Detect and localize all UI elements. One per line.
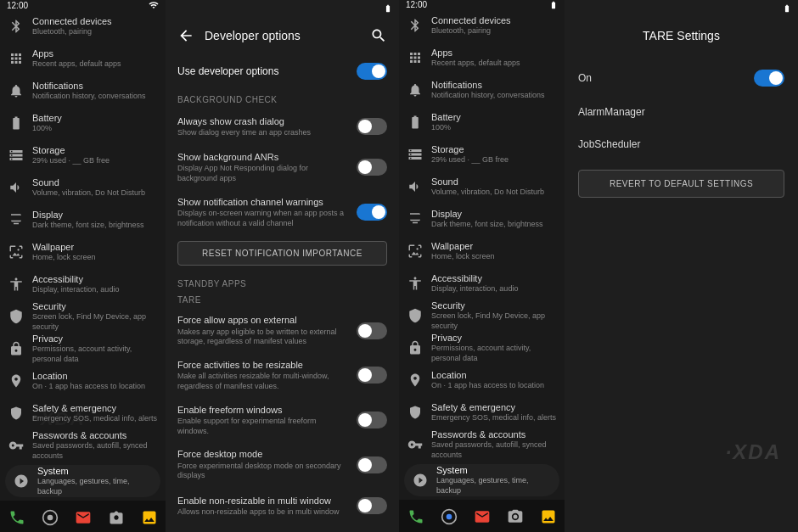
tare-alarm-manager-item[interactable]: AlarmManager [565, 95, 798, 127]
nav-phone-right[interactable] [402, 503, 430, 530]
back-button[interactable] [176, 25, 196, 46]
settings-item-battery[interactable]: Battery 100% [0, 107, 166, 139]
r-system-title: System [436, 464, 553, 476]
crash-dialog-option[interactable]: Always show crash dialog Show dialog eve… [166, 108, 399, 145]
r-settings-item-storage[interactable]: Storage 29% used · __ GB free [399, 138, 565, 171]
nav-gmail-left[interactable] [70, 504, 97, 531]
r-accessibility-text: Accessibility Display, interaction, audi… [431, 272, 518, 294]
r-settings-item-safety[interactable]: Safety & emergency Emergency SOS, medica… [399, 396, 565, 428]
non-resizable-multi-text: Enable non-resizable in multi window All… [177, 495, 350, 518]
r-notifications-icon [406, 81, 424, 99]
standby-apps-header: Standby apps [166, 272, 399, 292]
freeform-windows-toggle[interactable] [357, 412, 387, 428]
r-settings-item-security[interactable]: Security Screen lock, Find My Device, ap… [399, 300, 565, 332]
r-display-icon [406, 210, 424, 228]
dev-content[interactable]: Use developer options Background check A… [166, 54, 399, 532]
tare-revert-button[interactable]: REVERT TO DEFAULT SETTINGS [578, 170, 784, 198]
notifications-title: Notifications [32, 80, 145, 92]
freeform-windows-text: Enable freeform windows Enable support f… [177, 404, 350, 437]
tare-on-toggle[interactable] [754, 70, 784, 87]
force-resizable-subtitle: Make all activities resizable for multi-… [177, 372, 350, 391]
use-dev-toggle-thumb [372, 64, 385, 78]
nav-photos-left[interactable] [136, 504, 163, 531]
force-resizable-toggle[interactable] [357, 367, 387, 384]
nav-chrome-right[interactable] [436, 503, 463, 530]
tare-panel-title: TARE Settings [643, 29, 720, 42]
r-settings-item-accessibility[interactable]: Accessibility Display, interaction, audi… [399, 267, 565, 300]
safety-icon [7, 404, 25, 423]
settings-item-storage[interactable]: Storage 29% used · __ GB free [0, 139, 166, 171]
settings-item-safety[interactable]: Safety & emergency Emergency SOS, medica… [0, 397, 166, 429]
nav-chrome-left[interactable] [37, 504, 64, 531]
settings-item-connected-devices[interactable]: Connected devices Bluetooth, pairing [0, 10, 166, 42]
svg-point-1 [446, 514, 452, 520]
background-anrs-option[interactable]: Show background ANRs Display App Not Res… [166, 145, 399, 190]
settings-item-notifications[interactable]: Notifications Notification history, conv… [0, 75, 166, 107]
settings-item-apps[interactable]: Apps Recent apps, default apps [0, 42, 166, 75]
r-settings-item-wallpaper[interactable]: Wallpaper Home, lock screen [399, 235, 565, 267]
r-settings-item-location[interactable]: Location On · 1 app has access to locati… [399, 364, 565, 396]
force-resizable-option[interactable]: Force activities to be resizable Make al… [166, 353, 399, 398]
status-bar-tare [565, 0, 798, 17]
r-settings-item-notifications[interactable]: Notifications Notification history, conv… [399, 74, 565, 106]
notification-channel-option[interactable]: Show notification channel warnings Displ… [166, 190, 399, 235]
status-icons-tare [783, 4, 791, 13]
security-title: Security [32, 300, 159, 312]
non-resizable-multi-option[interactable]: Enable non-resizable in multi window All… [166, 487, 399, 524]
r-settings-item-sound[interactable]: Sound Volume, vibration, Do Not Disturb [399, 171, 565, 203]
non-resizable-multi-toggle[interactable] [357, 497, 387, 514]
reset-notification-btn[interactable]: RESET NOTIFICATION IMPORTANCE [177, 241, 387, 266]
settings-item-sound[interactable]: Sound Volume, vibration, Do Not Disturb [0, 171, 166, 204]
signal-icon-left [149, 0, 159, 10]
desktop-mode-option[interactable]: Force desktop mode Force experimental de… [166, 442, 399, 487]
r-settings-item-passwords[interactable]: Passwords & accounts Saved passwords, au… [399, 428, 565, 461]
settings-item-display[interactable]: Display Dark theme, font size, brightnes… [0, 204, 166, 236]
r-settings-item-privacy[interactable]: Privacy Permissions, account activity, p… [399, 332, 565, 364]
settings-item-location[interactable]: Location On · 1 app has access to locati… [0, 365, 166, 397]
shortcut-manager-option[interactable]: Reset ShortcutManager rate-limiting [166, 524, 399, 532]
r-settings-item-apps[interactable]: Apps Recent apps, default apps [399, 42, 565, 74]
r-settings-item-system[interactable]: System Languages, gestures, time, backup [404, 464, 559, 496]
settings-item-accessibility[interactable]: Accessibility Display, interaction, audi… [0, 268, 166, 300]
tare-job-scheduler-item[interactable]: JobScheduler [565, 127, 798, 160]
r-connected-subtitle: Bluetooth, pairing [431, 26, 511, 36]
non-resizable-multi-title: Enable non-resizable in multi window [177, 495, 350, 507]
use-dev-toggle[interactable] [357, 63, 387, 80]
settings-item-wallpaper[interactable]: Wallpaper Home, lock screen [0, 236, 166, 268]
tare-on-label: On [578, 72, 592, 84]
r-safety-subtitle: Emergency SOS, medical info, alerts [431, 413, 556, 423]
status-bar-left: 12:00 [0, 0, 166, 10]
dev-panel-title: Developer options [205, 29, 360, 42]
nav-camera-left[interactable] [103, 504, 130, 531]
r-security-text: Security Screen lock, Find My Device, ap… [431, 300, 558, 332]
freeform-windows-toggle-thumb [358, 413, 372, 427]
nav-camera-right[interactable] [502, 503, 529, 530]
settings-item-passwords[interactable]: Passwords & accounts Saved passwords, au… [0, 429, 166, 462]
r-privacy-text: Privacy Permissions, account activity, p… [431, 332, 558, 364]
r-settings-item-battery[interactable]: Battery 100% [399, 106, 565, 138]
desktop-mode-toggle[interactable] [357, 456, 387, 473]
r-passwords-title: Passwords & accounts [431, 428, 558, 440]
connected-devices-subtitle: Bluetooth, pairing [32, 27, 112, 37]
nav-gmail-right[interactable] [469, 503, 496, 530]
privacy-subtitle: Permissions, account activity, personal … [32, 344, 159, 364]
settings-item-privacy[interactable]: Privacy Permissions, account activity, p… [0, 333, 166, 365]
notification-channel-toggle[interactable] [357, 204, 387, 221]
crash-dialog-toggle[interactable] [357, 118, 387, 135]
force-allow-external-toggle[interactable] [357, 322, 387, 339]
r-settings-item-connected[interactable]: Connected devices Bluetooth, pairing [399, 9, 565, 42]
tare-on-row[interactable]: On [565, 61, 798, 95]
sound-title: Sound [32, 176, 145, 188]
settings-item-system[interactable]: System Languages, gestures, time, backup [5, 465, 160, 497]
r-settings-item-display[interactable]: Display Dark theme, font size, brightnes… [399, 203, 565, 235]
apps-icon [7, 49, 25, 68]
use-dev-option[interactable]: Use developer options [166, 54, 399, 88]
r-apps-subtitle: Recent apps, default apps [431, 59, 520, 69]
freeform-windows-option[interactable]: Enable freeform windows Enable support f… [166, 398, 399, 443]
background-anrs-toggle[interactable] [357, 159, 387, 176]
nav-phone-left[interactable] [3, 504, 31, 531]
search-button[interactable] [368, 25, 389, 46]
settings-item-security[interactable]: Security Screen lock, Find My Device, ap… [0, 300, 166, 333]
nav-photos-right[interactable] [535, 503, 562, 530]
force-allow-external-option[interactable]: Force allow apps on external Makes any a… [166, 308, 399, 353]
